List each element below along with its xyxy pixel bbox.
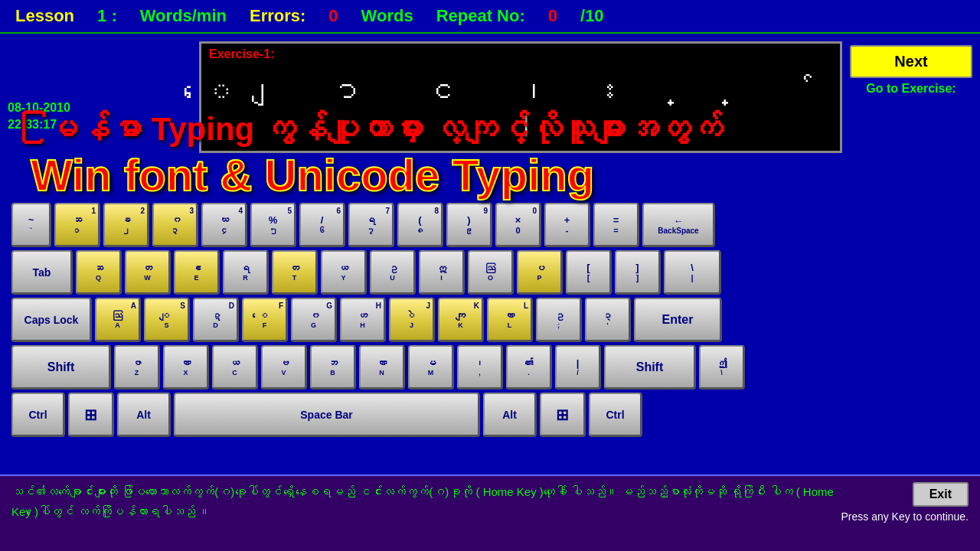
tab-key[interactable]: Tab	[11, 250, 73, 295]
exercise-label: Exercise-1:	[209, 47, 274, 61]
key-m[interactable]: မ M	[408, 345, 454, 390]
ctrl-right-key[interactable]: Ctrl	[589, 393, 642, 437]
bottom-row: Ctrl ⊞ Alt Space Bar Alt ⊞ Ctrl	[11, 393, 969, 437]
key-z[interactable]: ဇ Z	[114, 345, 160, 390]
key-slash[interactable]: | /	[555, 345, 601, 390]
key-minus[interactable]: + -	[544, 203, 590, 247]
key-e[interactable]: ဧ E	[174, 250, 220, 295]
qwerty-row: Tab ဆ Q တ W ဧ E ရ R တ T ယ Y ဥ U	[11, 250, 969, 295]
space-key[interactable]: Space Bar	[174, 393, 480, 437]
repeat-total: /10	[580, 6, 604, 26]
press-any-key-text: Press any Key to continue.	[841, 510, 969, 523]
key-u[interactable]: ဥ U	[370, 250, 416, 295]
lesson-label: Lesson	[15, 6, 74, 26]
english-overlay-text: Win font & Unicode Typing	[31, 149, 972, 201]
key-3[interactable]: ဂ ၃ 3	[152, 203, 198, 247]
key-d[interactable]: ဍ D D	[193, 298, 239, 342]
key-a[interactable]: ဩ A A	[95, 298, 141, 342]
key-w[interactable]: တ W	[125, 250, 171, 295]
key-c[interactable]: ယ C	[212, 345, 258, 390]
key-semicolon[interactable]: ဥ ;	[536, 298, 582, 342]
key-h[interactable]: ဟ H H	[340, 298, 386, 342]
key-4[interactable]: ဃ ၄ 4	[201, 203, 247, 247]
alt-left-key[interactable]: Alt	[117, 393, 171, 437]
key-period[interactable]: ၏ .	[506, 345, 552, 390]
key-y[interactable]: ယ Y	[321, 250, 367, 295]
key-i[interactable]: ဣ I	[419, 250, 465, 295]
key-j[interactable]: ဲ J J	[389, 298, 435, 342]
key-backslash[interactable]: \ |	[664, 250, 721, 295]
exit-button[interactable]: Exit	[913, 482, 969, 507]
backspace-key[interactable]: ← BackSpace	[642, 203, 715, 247]
key-1[interactable]: ဆ ၁ 1	[54, 203, 100, 247]
key-x[interactable]: ဏ X	[163, 345, 209, 390]
key-5[interactable]: % ၅ 5	[250, 203, 296, 247]
bottom-instruction-text: သင်၏လက်ချောင်းများကို ဖော်ပြထားသောလက်ကွက…	[11, 482, 841, 521]
key-p[interactable]: ပ P	[517, 250, 563, 295]
key-o[interactable]: ဩ O	[468, 250, 514, 295]
key-quote[interactable]: ၃ '	[585, 298, 631, 342]
wpm-label: Words/min	[140, 6, 227, 26]
key-bracket-l[interactable]: [ [	[566, 250, 612, 295]
key-equals[interactable]: = =	[593, 203, 639, 247]
shift-right-key[interactable]: Shift	[604, 345, 696, 390]
right-panel: Next Go to Exercise:	[850, 41, 972, 153]
key-g[interactable]: ဂ G G	[291, 298, 337, 342]
key-b[interactable]: ဘ B	[310, 345, 356, 390]
key-8[interactable]: ( ၈ 8	[397, 203, 443, 247]
key-q[interactable]: ဆ Q	[76, 250, 122, 295]
shift-left-key[interactable]: Shift	[11, 345, 111, 390]
key-backtick[interactable]: ~ `	[11, 203, 51, 247]
repeat-value: 0	[548, 6, 557, 26]
win-left-key[interactable]: ⊞	[68, 393, 114, 437]
errors-value: 0	[328, 6, 338, 26]
key-n[interactable]: ဏ N	[359, 345, 405, 390]
go-exercise-label: Go to Exercise:	[850, 82, 972, 96]
key-v[interactable]: ဗ V	[261, 345, 307, 390]
words-label: Words	[361, 6, 413, 26]
keyboard-container: ~ ` ဆ ၁ 1 ခ ၂ 2 ဂ ၃ 3 ဃ ၄ 4 % ၅ 5 /	[0, 199, 980, 444]
ctrl-left-key[interactable]: Ctrl	[11, 393, 65, 437]
key-comma[interactable]: ၊ ,	[457, 345, 503, 390]
key-9[interactable]: ) ၉ 9	[446, 203, 492, 247]
lesson-num: 1 :	[97, 6, 117, 26]
alt-right-key[interactable]: Alt	[483, 393, 537, 437]
myanmar-overlay-text: မြန်မာ Typing ကွန်ပျူတာမှာ လေ့ကျင့်လိုသူ…	[46, 111, 842, 148]
enter-key[interactable]: Enter	[634, 298, 722, 342]
key-bracket-r[interactable]: ] ]	[615, 250, 661, 295]
key-f[interactable]: ေ F F	[242, 298, 288, 342]
key-s[interactable]: ျ S S	[144, 298, 190, 342]
win-right-key[interactable]: ⊞	[540, 393, 586, 437]
key-t[interactable]: တ T	[272, 250, 318, 295]
key-k[interactable]: ကျ K K	[438, 298, 484, 342]
key-l[interactable]: ဏ L L	[487, 298, 533, 342]
key-r[interactable]: ရ R	[223, 250, 269, 295]
shift-row: Shift ဇ Z ဏ X ယ C ဗ V ဘ B ဏ N မ M	[11, 345, 969, 390]
key-6[interactable]: / ၆ 6	[299, 203, 345, 247]
key-backslash-r[interactable]: ဤ \	[699, 345, 745, 390]
top-bar: Lesson 1 : Words/min Errors: 0 Words Rep…	[0, 0, 980, 34]
bottom-panel: သင်၏လက်ချောင်းများကို ဖော်ပြထားသောလက်ကွက…	[0, 474, 980, 551]
key-2[interactable]: ခ ၂ 2	[103, 203, 149, 247]
bottom-right-panel: Exit Press any Key to continue.	[841, 482, 969, 523]
caps-lock-key[interactable]: Caps Lock	[11, 298, 92, 342]
home-row: Caps Lock ဩ A A ျ S S ဍ D D ေ F F ဂ G G …	[11, 298, 969, 342]
errors-label: Errors:	[250, 6, 305, 26]
number-row: ~ ` ဆ ၁ 1 ခ ၂ 2 ဂ ၃ 3 ဃ ၄ 4 % ၅ 5 /	[11, 203, 969, 247]
repeat-label: Repeat No:	[436, 6, 525, 26]
key-0[interactable]: × 0 0	[495, 203, 541, 247]
next-button[interactable]: Next	[850, 45, 972, 78]
key-7[interactable]: ရ ၇ 7	[348, 203, 394, 247]
